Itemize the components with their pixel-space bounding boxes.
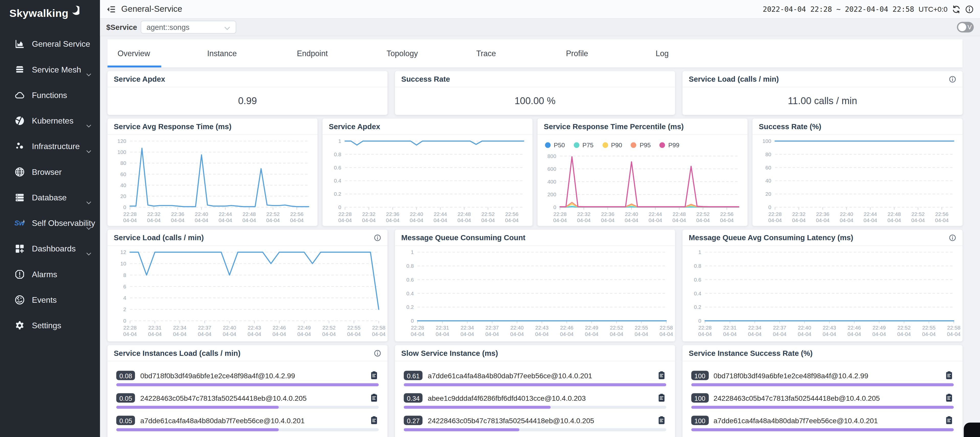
sidebar-item-kubernetes[interactable]: Kubernetes — [0, 108, 100, 133]
legend-dot-icon — [545, 142, 550, 147]
instances-load-list: 0.080bd718f0b3df49a6bfe1e2ce48f98a4f@10.… — [108, 361, 388, 437]
legend-label: P95 — [640, 141, 651, 148]
svg-text:0: 0 — [768, 204, 772, 210]
legend-item-p99[interactable]: P99 — [659, 141, 679, 148]
info-icon[interactable] — [965, 5, 974, 13]
svg-text:22:52: 22:52 — [481, 211, 495, 217]
info-icon[interactable] — [374, 234, 381, 241]
timezone-label: UTC+0:0 — [919, 5, 948, 13]
list-item[interactable]: 10024228463c05b47c7813fa502544418eb@10.4… — [691, 393, 954, 409]
tab-topology[interactable]: Topology — [377, 39, 466, 67]
svg-text:04-04: 04-04 — [411, 331, 424, 337]
tab-profile[interactable]: Profile — [556, 39, 646, 67]
svg-text:12: 12 — [120, 249, 126, 255]
svg-text:22:34: 22:34 — [173, 325, 186, 331]
tab-log[interactable]: Log — [646, 39, 735, 67]
progress-track — [691, 383, 954, 386]
copy-icon[interactable] — [369, 393, 379, 402]
legend-dot-icon — [602, 142, 608, 147]
tab-overview[interactable]: Overview — [108, 39, 197, 67]
svg-text:04-04: 04-04 — [460, 331, 474, 337]
apdex-value: 0.99 — [238, 95, 257, 106]
tab-endpoint[interactable]: Endpoint — [287, 39, 377, 67]
time-range-picker[interactable]: 2022-04-04 22:28 ~ 2022-04-04 22:58 — [763, 5, 914, 13]
info-icon[interactable] — [374, 349, 381, 356]
list-item[interactable]: 0.2724228463c05b47c7813fa502544418eb@10.… — [404, 415, 667, 431]
svg-text:22:48: 22:48 — [243, 211, 256, 217]
sidebar-item-browser[interactable]: Browser — [0, 159, 100, 185]
list-item[interactable]: 0.05a7dde61ca4fa48a4b80dab7f7eeb56ce@10.… — [116, 415, 379, 431]
tab-instance[interactable]: Instance — [197, 39, 287, 67]
svg-text:22:48: 22:48 — [458, 211, 471, 217]
sidebar-item-label: Alarms — [32, 269, 57, 279]
sidebar-item-self-observability[interactable]: SwSelf Observability — [0, 211, 100, 236]
svg-text:22:43: 22:43 — [535, 325, 549, 331]
info-icon[interactable] — [949, 75, 956, 83]
app-logo[interactable]: Skywalking — [0, 0, 100, 26]
svg-text:100: 100 — [762, 138, 772, 144]
copy-icon[interactable] — [657, 370, 667, 380]
list-item[interactable]: 0.080bd718f0b3df49a6bfe1e2ce48f98a4f@10.… — [116, 370, 379, 386]
copy-icon[interactable] — [369, 416, 379, 425]
sidebar-item-functions[interactable]: Functions — [0, 82, 100, 108]
copy-icon[interactable] — [369, 370, 379, 380]
card-title: Service Apdex — [329, 122, 380, 131]
refresh-icon[interactable] — [952, 5, 961, 13]
svg-text:22:48: 22:48 — [673, 211, 686, 217]
list-item[interactable]: 0.0524228463c05b47c7813fa502544418eb@10.… — [116, 393, 379, 409]
svg-text:22:49: 22:49 — [585, 325, 598, 331]
sidebar-item-general-service[interactable]: General Service — [0, 31, 100, 57]
svg-text:0.6: 0.6 — [694, 277, 702, 283]
list-item[interactable]: 100a7dde61ca4fa48a4b80dab7f7eeb56ce@10.4… — [691, 415, 954, 431]
progress-track — [404, 428, 667, 431]
svg-text:22:55: 22:55 — [635, 325, 648, 331]
list-item[interactable]: 0.61a7dde61ca4fa48a4b80dab7f7eeb56ce@10.… — [404, 370, 667, 386]
svg-text:0: 0 — [339, 204, 342, 210]
svg-text:04-04: 04-04 — [272, 331, 286, 337]
copy-icon[interactable] — [657, 393, 667, 402]
sidebar-item-service-mesh[interactable]: Service Mesh — [0, 57, 100, 82]
svg-text:22:44: 22:44 — [864, 211, 877, 217]
copy-icon[interactable] — [945, 393, 954, 402]
legend-dot-icon — [631, 142, 636, 147]
moon-icon — [69, 5, 79, 17]
sidebar-item-dashboards[interactable]: Dashboards — [0, 236, 100, 261]
card-instances-load: Service Instances Load (calls / min) 0.0… — [108, 345, 388, 437]
service-select[interactable]: agent::songs — [141, 21, 236, 34]
corner-floating-button[interactable] — [964, 422, 980, 437]
legend-item-p50[interactable]: P50 — [545, 141, 565, 148]
svg-text:04-04: 04-04 — [601, 217, 614, 223]
tab-trace[interactable]: Trace — [466, 39, 556, 67]
sidebar-item-database[interactable]: Database — [0, 185, 100, 211]
copy-icon[interactable] — [945, 416, 954, 425]
legend-item-p90[interactable]: P90 — [602, 141, 622, 148]
svg-text:04-04: 04-04 — [897, 331, 911, 337]
svg-text:600: 600 — [547, 166, 557, 172]
svg-text:04-04: 04-04 — [659, 331, 673, 337]
alarm-icon — [14, 269, 25, 280]
list-item[interactable]: 0.34abee1c9dddaf4f6286fbf6dfd4013cce@10.… — [404, 393, 667, 409]
service-select-value: agent::songs — [146, 23, 224, 32]
info-icon[interactable] — [949, 234, 956, 241]
sidebar-item-alarms[interactable]: Alarms — [0, 262, 100, 287]
svg-text:22:36: 22:36 — [386, 211, 399, 217]
mq-latency-chart: 00.20.40.60.8122:2804-0422:3104-0422:340… — [682, 246, 963, 339]
collapse-sidebar-icon[interactable] — [107, 4, 116, 14]
kubernetes-icon — [14, 116, 25, 126]
svg-text:04-04: 04-04 — [242, 217, 256, 223]
version-toggle[interactable]: V — [957, 22, 974, 33]
svg-text:1: 1 — [698, 249, 702, 255]
svg-text:04-04: 04-04 — [864, 217, 877, 223]
copy-icon[interactable] — [945, 370, 954, 380]
service-load-value: 11.00 calls / min — [788, 95, 857, 106]
sidebar-item-events[interactable]: Events — [0, 287, 100, 313]
events-icon — [14, 294, 25, 305]
svg-text:10: 10 — [120, 261, 126, 266]
sidebar-item-settings[interactable]: Settings — [0, 313, 100, 338]
legend-item-p95[interactable]: P95 — [631, 141, 651, 148]
copy-icon[interactable] — [657, 416, 667, 425]
sidebar-item-infrastructure[interactable]: Infrastructure — [0, 133, 100, 159]
legend-item-p75[interactable]: P75 — [574, 141, 593, 148]
list-item[interactable]: 1000bd718f0b3df49a6bfe1e2ce48f98a4f@10.4… — [691, 370, 954, 386]
svg-text:22:32: 22:32 — [577, 211, 590, 217]
